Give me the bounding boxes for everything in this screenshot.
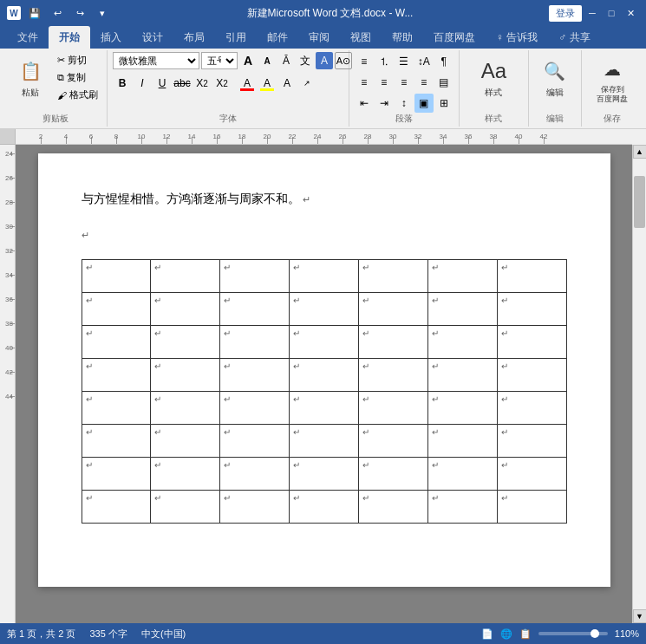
view-web-icon[interactable]: 🌐 bbox=[500, 628, 512, 640]
table-cell[interactable]: ↵ bbox=[497, 293, 566, 326]
table-cell[interactable]: ↵ bbox=[151, 425, 220, 458]
tab-search[interactable]: ♀ 告诉我 bbox=[486, 26, 548, 49]
table-cell[interactable]: ↵ bbox=[290, 293, 359, 326]
quick-save-btn[interactable]: 💾 bbox=[26, 4, 43, 22]
bullet-list-btn[interactable]: ≡ bbox=[355, 52, 374, 71]
font-dialog-btn[interactable]: ↗ bbox=[297, 74, 316, 93]
table-cell[interactable]: ↵ bbox=[427, 293, 497, 326]
table-cell[interactable]: ↵ bbox=[358, 491, 427, 524]
table-cell[interactable]: ↵ bbox=[151, 491, 220, 524]
close-btn[interactable]: ✕ bbox=[622, 4, 639, 22]
paragraph-1[interactable]: 与方惺惺相惜。方鸿渐逐渐与周家不和。 ↵ bbox=[82, 188, 567, 210]
highlight-btn[interactable]: A bbox=[258, 74, 277, 93]
chinese-convert-btn[interactable]: 文 bbox=[297, 52, 314, 69]
tab-help[interactable]: 帮助 bbox=[382, 26, 423, 49]
undo-btn[interactable]: ↩ bbox=[49, 4, 66, 22]
table-cell[interactable]: ↵ bbox=[290, 392, 359, 425]
indent-dec-btn[interactable]: ⇤ bbox=[355, 94, 374, 113]
table-cell[interactable]: ↵ bbox=[427, 458, 497, 491]
table-cell[interactable]: ↵ bbox=[497, 425, 566, 458]
table-cell[interactable]: ↵ bbox=[290, 425, 359, 458]
table-cell[interactable]: ↵ bbox=[497, 359, 566, 392]
table-cell[interactable]: ↵ bbox=[427, 392, 497, 425]
align-center-btn[interactable]: ≡ bbox=[375, 73, 394, 92]
table-cell[interactable]: ↵ bbox=[497, 392, 566, 425]
tab-file[interactable]: 文件 bbox=[7, 26, 49, 49]
font-color-btn[interactable]: A bbox=[238, 74, 257, 93]
table-cell[interactable]: ↵ bbox=[82, 293, 151, 326]
table-cell[interactable]: ↵ bbox=[82, 326, 151, 359]
edit-button[interactable]: 🔍 编辑 bbox=[533, 52, 577, 104]
scroll-up-btn[interactable]: ▲ bbox=[633, 145, 647, 159]
login-button[interactable]: 登录 bbox=[549, 5, 582, 22]
table-cell[interactable]: ↵ bbox=[220, 425, 290, 458]
table-cell[interactable]: ↵ bbox=[427, 359, 497, 392]
table-cell[interactable]: ↵ bbox=[220, 326, 290, 359]
document-content-area[interactable]: 与方惺惺相惜。方鸿渐逐渐与周家不和。 ↵ ↵ ↵↵↵↵↵↵↵↵↵↵↵↵↵↵↵↵↵… bbox=[16, 145, 632, 623]
font-family-select[interactable]: 微软雅黑 bbox=[113, 52, 199, 69]
table-cell[interactable]: ↵ bbox=[220, 491, 290, 524]
strikethrough-button[interactable]: abc bbox=[173, 74, 192, 93]
table-cell[interactable]: ↵ bbox=[290, 260, 359, 293]
paste-button[interactable]: 📋 粘贴 bbox=[9, 52, 52, 104]
table-cell[interactable]: ↵ bbox=[358, 293, 427, 326]
right-scrollbar[interactable]: ▲ ▼ bbox=[632, 145, 646, 623]
font-size-select[interactable]: 五号 bbox=[201, 52, 238, 69]
bold-button[interactable]: B bbox=[113, 74, 132, 93]
tab-share[interactable]: ♂ 共享 bbox=[548, 26, 600, 49]
show-hide-btn[interactable]: ¶ bbox=[434, 52, 454, 71]
view-print-icon[interactable]: 📄 bbox=[481, 628, 493, 640]
table-cell[interactable]: ↵ bbox=[151, 326, 220, 359]
cut-button[interactable]: ✂ 剪切 bbox=[54, 52, 101, 68]
tab-home[interactable]: 开始 bbox=[49, 26, 90, 49]
format-paint-button[interactable]: 🖌 格式刷 bbox=[54, 87, 101, 103]
table-cell[interactable]: ↵ bbox=[82, 260, 151, 293]
table-cell[interactable]: ↵ bbox=[82, 458, 151, 491]
tab-design[interactable]: 设计 bbox=[132, 26, 173, 49]
scroll-thumb[interactable] bbox=[634, 176, 645, 228]
zoom-slider[interactable] bbox=[538, 632, 608, 635]
indent-inc-btn[interactable]: ⇥ bbox=[375, 94, 394, 113]
superscript-button[interactable]: X2 bbox=[212, 74, 232, 93]
table-cell[interactable]: ↵ bbox=[151, 260, 220, 293]
style-button[interactable]: Aa 样式 bbox=[472, 52, 515, 104]
table-cell[interactable]: ↵ bbox=[290, 326, 359, 359]
table-cell[interactable]: ↵ bbox=[220, 392, 290, 425]
table-cell[interactable]: ↵ bbox=[82, 392, 151, 425]
border-btn[interactable]: ⊞ bbox=[434, 94, 454, 113]
outline-btn[interactable]: ☰ bbox=[395, 52, 414, 71]
scroll-track[interactable] bbox=[633, 159, 646, 609]
sort-btn[interactable]: ↕A bbox=[414, 52, 434, 71]
table-cell[interactable]: ↵ bbox=[497, 491, 566, 524]
tab-mailings[interactable]: 邮件 bbox=[257, 26, 298, 49]
table-cell[interactable]: ↵ bbox=[497, 260, 566, 293]
table-cell[interactable]: ↵ bbox=[290, 359, 359, 392]
zoom-level[interactable]: 110% bbox=[615, 628, 639, 639]
table-cell[interactable]: ↵ bbox=[82, 425, 151, 458]
table-cell[interactable]: ↵ bbox=[427, 326, 497, 359]
tab-references[interactable]: 引用 bbox=[215, 26, 257, 49]
table-cell[interactable]: ↵ bbox=[82, 359, 151, 392]
table-cell[interactable]: ↵ bbox=[151, 458, 220, 491]
minimize-btn[interactable]: ─ bbox=[584, 4, 601, 22]
column-btn[interactable]: ▤ bbox=[434, 73, 454, 92]
align-right-btn[interactable]: ≡ bbox=[395, 73, 414, 92]
tab-view[interactable]: 视图 bbox=[340, 26, 382, 49]
restore-btn[interactable]: □ bbox=[603, 4, 620, 22]
table-cell[interactable]: ↵ bbox=[290, 491, 359, 524]
tab-insert[interactable]: 插入 bbox=[90, 26, 132, 49]
table-cell[interactable]: ↵ bbox=[290, 458, 359, 491]
big-a-btn[interactable]: A bbox=[316, 52, 333, 69]
tab-layout[interactable]: 布局 bbox=[173, 26, 215, 49]
scroll-down-btn[interactable]: ▼ bbox=[633, 609, 647, 623]
tab-review[interactable]: 审阅 bbox=[298, 26, 340, 49]
subscript-button[interactable]: X2 bbox=[192, 74, 212, 93]
table-cell[interactable]: ↵ bbox=[427, 425, 497, 458]
font-size-up-btn[interactable]: A bbox=[239, 52, 257, 69]
table-cell[interactable]: ↵ bbox=[358, 425, 427, 458]
table-cell[interactable]: ↵ bbox=[220, 458, 290, 491]
table-cell[interactable]: ↵ bbox=[358, 458, 427, 491]
redo-btn[interactable]: ↪ bbox=[71, 4, 88, 22]
table-cell[interactable]: ↵ bbox=[358, 260, 427, 293]
table-cell[interactable]: ↵ bbox=[427, 260, 497, 293]
